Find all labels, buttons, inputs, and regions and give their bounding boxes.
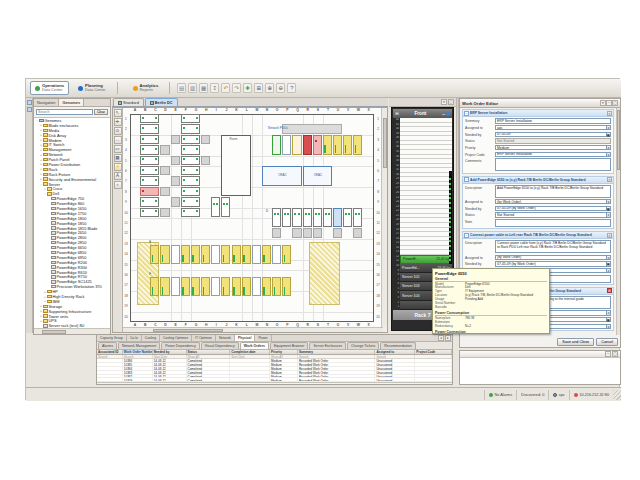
dropdown-arrow-icon[interactable]: ▾ <box>606 152 611 158</box>
perforated-tile[interactable] <box>333 228 342 237</box>
floor-rack[interactable] <box>140 145 159 154</box>
perforated-tile[interactable] <box>313 228 322 237</box>
perforated-tile[interactable] <box>201 156 210 165</box>
perforated-tile[interactable] <box>160 208 169 217</box>
close-section-icon[interactable]: ✕ <box>607 111 612 116</box>
perforated-tile[interactable] <box>201 135 210 144</box>
help-icon[interactable]: ? <box>287 83 296 93</box>
floor-rack[interactable] <box>272 135 281 155</box>
perforated-tile[interactable] <box>171 156 180 165</box>
field-input[interactable]: apc <box>495 125 611 131</box>
floor-rack[interactable] <box>333 208 342 228</box>
perforated-tile[interactable] <box>171 176 180 185</box>
view-tab-alarms[interactable]: Alarms <box>98 342 117 349</box>
column-header[interactable]: Completion date <box>230 350 270 354</box>
dropdown-arrow-icon[interactable]: ▾ <box>606 125 611 131</box>
floor-rack[interactable] <box>181 245 190 264</box>
field-input[interactable]: ERP Server Installation <box>495 152 611 158</box>
field-textarea[interactable] <box>495 158 611 171</box>
column-header[interactable]: Status <box>187 350 231 354</box>
save-all-icon[interactable]: ▥ <box>188 83 197 93</box>
export-icon[interactable]: ↧ <box>210 83 219 93</box>
power-path-tool-icon[interactable]: ⚡ <box>114 163 122 171</box>
floor-rack[interactable] <box>353 135 362 155</box>
column-filter[interactable]: Search <box>123 355 153 359</box>
dropdown-arrow-icon[interactable]: ▾ <box>606 145 611 151</box>
floor-rack[interactable] <box>181 208 200 217</box>
floor-rack[interactable] <box>140 124 159 133</box>
floor-rack[interactable] <box>232 245 241 264</box>
panel-tab-genomes[interactable]: Genomes <box>59 99 84 106</box>
field-textarea[interactable] <box>495 219 611 227</box>
floor-rack[interactable] <box>323 135 332 155</box>
column-header[interactable]: Summary <box>298 350 376 354</box>
layer-tab-capacity-group[interactable]: Capacity Group <box>97 335 127 341</box>
floor-rack[interactable] <box>282 277 291 296</box>
column-filter[interactable]: Search <box>298 355 376 359</box>
view-tab-change-tickets[interactable]: Change Tickets <box>347 342 379 349</box>
editor-tab-standard[interactable]: Standard <box>113 98 144 106</box>
layer-tab-physical[interactable]: Physical <box>235 335 255 341</box>
calendar-icon[interactable]: ▦ <box>606 132 612 138</box>
select-tool-icon[interactable]: ↖ <box>114 109 122 117</box>
editor-tab-berlin-dc[interactable]: Berlin DC <box>145 98 178 106</box>
field-input[interactable]: Not Started <box>495 212 611 218</box>
floor-rack[interactable] <box>221 245 230 264</box>
zoom-tool-icon[interactable]: ⊙ <box>114 127 122 135</box>
field-input[interactable]: (by Work Order) <box>495 255 611 261</box>
column-filter[interactable] <box>415 355 452 359</box>
rack-device[interactable]: PowerE...25,45 kg <box>400 255 452 264</box>
floor-rack[interactable] <box>191 245 200 264</box>
floor-rack[interactable] <box>181 145 200 154</box>
floor-rack[interactable] <box>181 156 200 165</box>
floor-rack[interactable] <box>201 245 210 264</box>
layer-tab-network[interactable]: Network <box>216 335 235 341</box>
floorplan-horizontal-scrollbar[interactable] <box>123 327 383 332</box>
column-header[interactable]: Associated ID <box>97 350 123 354</box>
section-header[interactable]: −ERP Server Installation✕ <box>463 110 613 117</box>
rack-view-maximize-icon[interactable]: ▢ <box>448 99 454 105</box>
floor-rack[interactable] <box>303 135 312 155</box>
layer-tab-cooling-optimize[interactable]: Cooling Optimize <box>160 335 192 341</box>
perspective-operations[interactable]: OperationsData Center <box>30 81 69 95</box>
rack-info-icon[interactable] <box>446 112 450 116</box>
fast-view-icon[interactable] <box>27 100 32 105</box>
perspective-planning[interactable]: PlanningData Center <box>73 81 110 95</box>
field-input[interactable]: 07-05-09 (by Work Order) <box>495 206 611 212</box>
floor-rack[interactable] <box>292 135 301 155</box>
column-header[interactable]: Priority <box>270 350 298 354</box>
aux-minimize-icon[interactable]: ─ <box>605 351 611 357</box>
floor-rack[interactable] <box>282 135 291 155</box>
redo-icon[interactable]: ↷ <box>232 83 241 93</box>
dropdown-arrow-icon[interactable]: ▾ <box>606 199 611 205</box>
view-tab-recommendation[interactable]: Recommendation <box>380 342 415 349</box>
save-icon[interactable]: ▤ <box>177 83 186 93</box>
perforated-tile[interactable] <box>160 166 169 175</box>
view-tab-equipment-browser[interactable]: Equipment Browser <box>270 342 309 349</box>
view-tab-network-management[interactable]: Network Management <box>118 342 160 349</box>
close-section-icon[interactable]: ✕ <box>607 177 612 182</box>
floor-rack[interactable] <box>262 277 271 296</box>
search-clear-button[interactable]: Clear <box>94 109 108 115</box>
print-icon[interactable]: ▦ <box>199 83 208 93</box>
floor-rack[interactable] <box>181 277 190 296</box>
floor-rack[interactable] <box>140 135 159 144</box>
floor-rack[interactable] <box>343 135 352 155</box>
fast-view-icon[interactable] <box>27 107 32 112</box>
field-textarea[interactable]: Add PowerEdge 6550 to (x,y) Rack 7/B Ber… <box>495 185 611 198</box>
floorplan-vertical-scrollbar[interactable] <box>381 108 387 327</box>
cancel-button[interactable]: Cancel <box>596 338 618 346</box>
field-input[interactable]: ERP Server Installation <box>495 118 611 124</box>
resize-grip[interactable] <box>613 390 621 400</box>
perforated-tile[interactable] <box>292 228 301 237</box>
calendar-icon[interactable]: ▦ <box>606 206 612 212</box>
add-device-icon[interactable]: ⊞ <box>254 83 263 93</box>
measure-tool-icon[interactable]: ↔ <box>114 136 122 144</box>
perforated-tile[interactable] <box>353 228 362 237</box>
floor-rack[interactable] <box>171 277 180 296</box>
perforated-tile[interactable] <box>272 228 281 237</box>
panel-maximize-icon[interactable]: ▢ <box>612 100 618 106</box>
floor-rack[interactable] <box>140 156 159 165</box>
column-header[interactable]: Project Code <box>415 350 452 354</box>
rack-minimize-icon[interactable]: – <box>442 111 445 117</box>
